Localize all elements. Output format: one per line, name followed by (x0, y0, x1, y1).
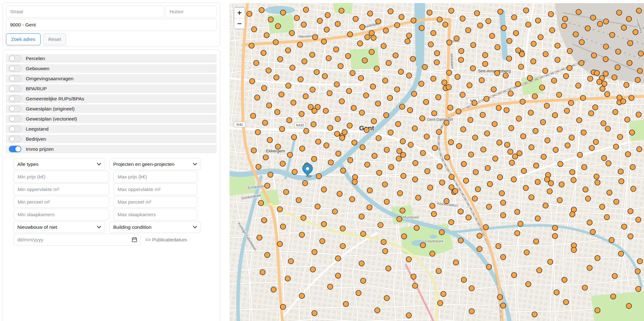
map-marker[interactable] (310, 87, 315, 93)
map-marker[interactable] (635, 269, 641, 274)
map-marker[interactable] (509, 160, 515, 166)
map-marker[interactable] (425, 169, 430, 174)
map-marker[interactable] (286, 48, 291, 53)
map-marker[interactable] (602, 155, 607, 161)
min-area-input[interactable] (14, 183, 109, 195)
reset-button[interactable]: Reset (43, 33, 66, 45)
map-marker[interactable] (576, 83, 581, 88)
map-marker[interactable] (501, 303, 506, 308)
map-marker[interactable] (518, 221, 523, 227)
map-marker[interactable] (312, 311, 317, 316)
map-marker[interactable] (259, 8, 264, 13)
map-marker[interactable] (594, 70, 600, 76)
map-marker[interactable] (507, 38, 512, 44)
map-marker[interactable] (605, 92, 610, 97)
map-marker[interactable] (275, 110, 280, 115)
map-marker[interactable] (637, 68, 643, 74)
map-marker[interactable] (302, 59, 307, 64)
map-marker[interactable] (612, 273, 618, 279)
map-marker[interactable] (466, 28, 471, 33)
map-marker[interactable] (431, 31, 436, 36)
map-marker[interactable] (553, 147, 558, 153)
map-marker[interactable] (371, 119, 377, 124)
map-marker[interactable] (447, 70, 452, 76)
map-marker[interactable] (444, 199, 449, 204)
map-marker[interactable] (260, 270, 265, 275)
map-marker[interactable] (471, 42, 476, 48)
map-marker[interactable] (340, 135, 345, 141)
map-marker[interactable] (610, 32, 615, 38)
map-marker[interactable] (387, 95, 393, 101)
map-marker[interactable] (321, 222, 327, 227)
map-marker[interactable] (444, 120, 449, 126)
map-marker[interactable] (336, 151, 341, 156)
map-marker[interactable] (336, 273, 341, 279)
map-marker[interactable] (413, 160, 418, 166)
map-marker[interactable] (359, 261, 364, 266)
map-marker[interactable] (299, 232, 305, 238)
map-marker[interactable] (597, 79, 602, 85)
map-marker[interactable] (376, 136, 381, 141)
map-marker[interactable] (458, 57, 464, 63)
map-marker[interactable] (442, 80, 447, 85)
map-marker[interactable] (315, 204, 320, 209)
map-marker[interactable] (627, 60, 632, 66)
map-marker[interactable] (485, 131, 490, 136)
map-marker[interactable] (291, 135, 297, 140)
map-marker[interactable] (529, 145, 534, 150)
map-marker[interactable] (322, 74, 328, 79)
map[interactable]: + − (230, 3, 644, 321)
map-marker[interactable] (524, 8, 529, 13)
map-marker[interactable] (408, 142, 414, 148)
map-marker[interactable] (280, 10, 286, 15)
map-marker[interactable] (422, 65, 428, 70)
map-marker[interactable] (458, 209, 464, 214)
map-marker[interactable] (458, 238, 464, 243)
map-marker[interactable] (317, 18, 323, 24)
map-marker[interactable] (570, 170, 575, 175)
map-marker[interactable] (538, 35, 543, 40)
map-marker[interactable] (436, 95, 441, 100)
map-marker[interactable] (400, 104, 405, 110)
map-marker[interactable] (328, 284, 333, 290)
max-area-input[interactable] (114, 183, 197, 195)
map-marker[interactable] (563, 16, 568, 22)
map-marker[interactable] (267, 103, 272, 108)
map-marker[interactable] (360, 25, 365, 30)
map-marker[interactable] (475, 187, 481, 192)
layer-toggle[interactable] (9, 115, 21, 122)
map-marker[interactable] (625, 117, 630, 122)
map-marker[interactable] (582, 285, 588, 290)
map-marker[interactable] (347, 123, 353, 128)
map-marker[interactable] (360, 145, 365, 150)
map-marker[interactable] (359, 214, 364, 219)
map-marker[interactable] (567, 48, 573, 54)
map-marker[interactable] (562, 23, 567, 29)
map-marker[interactable] (424, 134, 430, 139)
map-marker[interactable] (383, 28, 389, 33)
map-marker[interactable] (288, 259, 294, 264)
property-type-select[interactable]: Alle types (14, 158, 105, 170)
map-marker[interactable] (364, 93, 369, 98)
map-marker[interactable] (335, 21, 341, 27)
map-marker[interactable] (600, 86, 605, 92)
map-marker[interactable] (446, 85, 452, 90)
map-marker[interactable] (603, 71, 608, 76)
map-marker[interactable] (577, 118, 582, 123)
map-marker[interactable] (449, 174, 454, 180)
map-marker[interactable] (381, 239, 386, 245)
map-marker[interactable] (593, 105, 598, 110)
map-marker[interactable] (290, 65, 295, 70)
map-marker[interactable] (261, 50, 266, 56)
map-marker[interactable] (420, 116, 425, 121)
map-marker[interactable] (484, 96, 489, 102)
map-marker[interactable] (351, 105, 357, 111)
map-marker[interactable] (555, 43, 560, 48)
map-marker[interactable] (504, 108, 509, 113)
map-marker[interactable] (497, 295, 503, 300)
map-marker[interactable] (303, 181, 308, 186)
map-marker[interactable] (358, 76, 364, 81)
map-marker[interactable] (258, 200, 264, 206)
map-marker[interactable] (367, 188, 373, 193)
map-marker[interactable] (519, 64, 524, 70)
